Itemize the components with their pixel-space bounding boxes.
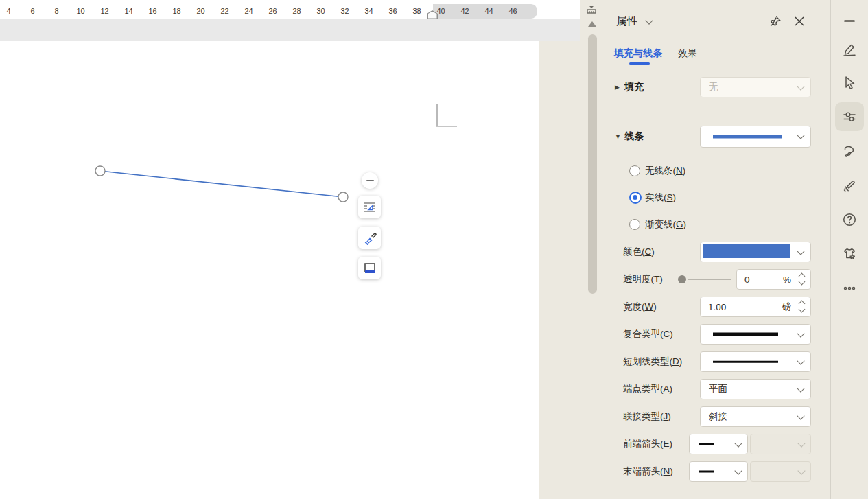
ruler-number: 20	[189, 7, 213, 15]
compound-type-dropdown[interactable]	[700, 324, 811, 345]
ruler-number: 16	[141, 7, 165, 15]
minus-icon	[366, 180, 374, 181]
dash-type-label: 短划线类型(D)	[623, 356, 682, 368]
close-panel-button[interactable]	[792, 14, 807, 29]
magic-wand-icon	[841, 177, 858, 194]
solid-line-radio[interactable]	[629, 192, 642, 204]
sidebar-tools-button[interactable]	[835, 171, 864, 200]
tab-fill-and-line[interactable]: 填充与线条	[614, 47, 662, 60]
ruler-number: 36	[381, 7, 405, 15]
color-swatch	[703, 244, 790, 258]
pin-panel-button[interactable]	[767, 14, 782, 29]
transparency-slider-track[interactable]	[688, 279, 731, 280]
frame-border-icon	[363, 262, 377, 275]
ruler-number: 42	[453, 7, 477, 15]
text-wrap-button[interactable]	[358, 196, 381, 218]
dash-type-preview	[713, 361, 778, 363]
no-line-radio-label[interactable]: 无线条(N)	[645, 165, 685, 177]
chevron-down-icon	[797, 329, 804, 337]
format-brush-button[interactable]	[358, 227, 381, 249]
transparency-slider-handle[interactable]	[678, 275, 686, 283]
transparency-value-box[interactable]: 0 %	[736, 269, 811, 290]
transparency-spinner[interactable]	[799, 272, 806, 286]
line-style-dropdown[interactable]	[700, 126, 811, 148]
ruler-number: 8	[45, 7, 69, 15]
ruler-number: 24	[237, 7, 261, 15]
line-endpoint-handle[interactable]	[95, 166, 105, 176]
ruler-number: 44	[477, 7, 501, 15]
ruler-number: 12	[93, 7, 117, 15]
gradient-line-radio-label[interactable]: 渐变线(G)	[645, 218, 686, 231]
chevron-down-icon	[797, 357, 804, 364]
sidebar-more-button[interactable]	[835, 274, 864, 303]
sidebar-theme-button[interactable]	[835, 240, 864, 268]
tab-effects[interactable]: 效果	[678, 47, 697, 60]
vertical-scrollbar-thumb[interactable]	[588, 34, 597, 294]
close-icon	[794, 16, 805, 27]
ruler-number: 6	[21, 7, 45, 15]
width-spinner[interactable]	[799, 300, 806, 314]
end-arrow-style-dropdown[interactable]	[689, 461, 748, 482]
end-arrow-preview	[699, 471, 714, 473]
end-arrow-row: 末端箭头(N)	[602, 458, 830, 485]
begin-arrow-label: 前端箭头(E)	[623, 438, 672, 450]
join-type-dropdown[interactable]: 斜接	[700, 406, 811, 427]
ruler-number: 14	[117, 7, 141, 15]
dash-type-dropdown[interactable]	[700, 351, 811, 372]
cursor-icon	[841, 74, 858, 91]
ruler-number: 30	[309, 7, 333, 15]
begin-arrow-row: 前端箭头(E)	[602, 430, 830, 458]
sidebar-pen-button[interactable]	[835, 35, 864, 64]
join-type-label: 联接类型(J)	[623, 410, 671, 423]
width-label: 宽度(W)	[623, 301, 657, 313]
ruler-number: 38	[405, 7, 429, 15]
chevron-down-icon	[734, 467, 742, 474]
ruler-number: 26	[261, 7, 285, 15]
chevron-down-icon	[797, 384, 804, 392]
collapse-arrow-icon[interactable]: ▶	[615, 84, 620, 91]
no-line-radio[interactable]	[629, 165, 640, 176]
panel-title-chevron-icon[interactable]	[645, 16, 653, 24]
width-value[interactable]: 1.00	[708, 302, 726, 312]
chevron-down-icon	[797, 412, 804, 419]
sidebar-select-button[interactable]	[835, 68, 864, 97]
sidebar-help-button[interactable]	[835, 205, 864, 234]
cap-type-dropdown[interactable]: 平面	[700, 379, 811, 399]
ruler-numbers: 4681012141618202224262830323436384042444…	[0, 4, 525, 15]
chevron-down-icon	[797, 467, 805, 474]
no-line-radio-row: 无线条(N)	[602, 161, 830, 181]
collapse-arrow-icon[interactable]: ▼	[615, 133, 621, 140]
collapse-toolbar-button[interactable]	[362, 172, 378, 189]
ruler-number: 4	[0, 7, 21, 15]
fill-section-row: ▶ 填充 无	[602, 73, 830, 101]
width-row: 宽度(W) 1.00 磅	[602, 293, 830, 321]
ruler-number: 34	[357, 7, 381, 15]
gradient-line-radio[interactable]	[629, 219, 640, 230]
width-value-box[interactable]: 1.00 磅	[700, 297, 811, 317]
fill-type-dropdown: 无	[700, 77, 811, 97]
pen-icon	[841, 41, 858, 58]
ruler-number: 28	[285, 7, 309, 15]
compound-type-row: 复合类型(C)	[602, 321, 830, 348]
line-style-preview	[713, 135, 782, 139]
solid-line-radio-label[interactable]: 实线(S)	[645, 192, 676, 204]
ruler-toggle-button[interactable]	[585, 4, 599, 16]
color-dropdown[interactable]	[700, 242, 811, 262]
transparency-label: 透明度(T)	[623, 273, 663, 286]
sidebar-drag-handle	[844, 20, 855, 22]
transparency-value[interactable]: 0	[744, 275, 750, 285]
scroll-up-button[interactable]	[588, 21, 596, 27]
format-brush-icon	[363, 231, 377, 245]
fill-section-label: 填充	[624, 81, 644, 93]
sidebar-properties-button[interactable]	[835, 102, 864, 131]
line-endpoint-handle[interactable]	[338, 192, 348, 202]
frame-border-button[interactable]	[358, 257, 381, 279]
color-row: 颜色(C)	[602, 238, 830, 266]
sidebar-resources-button[interactable]	[835, 137, 864, 166]
selected-line-shape[interactable]	[0, 41, 539, 499]
join-type-row: 联接类型(J) 斜接	[602, 403, 830, 430]
chevron-down-icon	[797, 247, 804, 255]
begin-arrow-style-dropdown[interactable]	[689, 434, 748, 454]
ruler-number: 18	[165, 7, 189, 15]
compound-type-preview	[713, 333, 778, 336]
